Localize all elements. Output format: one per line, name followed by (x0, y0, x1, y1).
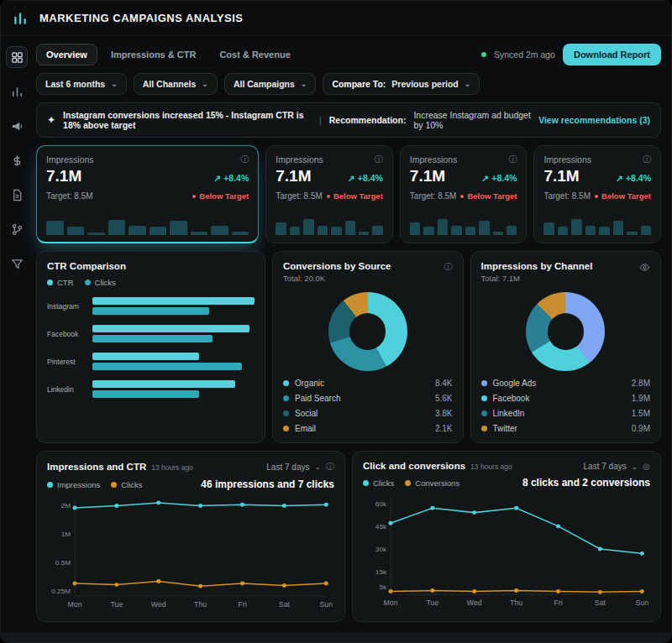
bar-chart-icon[interactable] (6, 81, 28, 102)
ctr-category-row: Linkedin (47, 380, 255, 398)
kpi-delta: ↗ +8.4% (482, 173, 517, 183)
kpi-value: 7.1M (543, 167, 579, 186)
kpi-status-badge: Below Target (192, 191, 249, 201)
status-dot (595, 195, 598, 198)
status-dot (460, 195, 464, 198)
line-chart-legend: ClicksConversions (363, 478, 459, 488)
download-report-button[interactable]: Download Report (563, 44, 661, 65)
eye-icon[interactable] (639, 261, 650, 276)
chevron-down-icon: ⌄ (301, 80, 307, 88)
card-title: Impressions by Channel (481, 261, 593, 271)
compare-to-filter[interactable]: Compare To: Previous period ⌄ (323, 73, 480, 95)
legend-value: 8.4K (435, 379, 453, 388)
kpi-card-impressions-4[interactable]: Impressionsⓘ 7.1M ↗ +8.4% Target: 8.5M B… (533, 145, 661, 243)
legend-label: Twitter (493, 424, 517, 433)
git-branch-icon[interactable] (6, 218, 28, 240)
svg-text:0.5M: 0.5M (55, 559, 71, 567)
info-icon[interactable]: ⓘ (444, 261, 453, 273)
window-footer (1, 632, 671, 642)
megaphone-icon[interactable] (6, 115, 28, 137)
svg-text:0.25M: 0.25M (51, 588, 71, 595)
svg-text:1M: 1M (61, 531, 71, 538)
legend-item: CTR (47, 278, 74, 287)
card-title: Click and conversions (363, 461, 465, 471)
kpi-mini-bar (276, 222, 286, 235)
legend-label: Social (295, 409, 318, 418)
range-selector[interactable]: Last 7 days ⌄ ◎ (584, 462, 650, 471)
legend-dot (481, 410, 487, 416)
kpi-status-badge: Below Target (595, 191, 651, 201)
kpi-mini-bar (465, 227, 475, 235)
donut-legend-row: Social3.8K (283, 409, 453, 418)
kpi-mini-bar (599, 227, 609, 235)
target-icon[interactable]: ◎ (643, 462, 650, 471)
impressions-by-channel-card: Impressions by Channel Total: 7.1M Googl… (470, 251, 662, 443)
kpi-value: 7.1M (410, 167, 445, 186)
document-icon[interactable] (6, 184, 28, 206)
kpi-mini-bar (613, 221, 623, 235)
kpi-title: Impressions (410, 154, 458, 165)
date-range-filter[interactable]: Last 6 months ⌄ (36, 73, 127, 95)
ctr-bar (92, 353, 199, 360)
kpi-mini-bar (641, 226, 651, 235)
info-icon[interactable]: ⓘ (508, 154, 517, 165)
chevron-down-icon: ⌄ (202, 80, 208, 88)
kpi-card-impressions-1[interactable]: Impressionsⓘ 7.1M ↗ +8.4% Target: 8.5M B… (36, 145, 259, 243)
info-icon[interactable]: ⓘ (326, 461, 334, 473)
tab-impressions-ctr[interactable]: Impressions & CTR (101, 44, 206, 65)
sync-status-dot (481, 52, 486, 57)
view-recommendations-link[interactable]: View recommendations (3) (538, 115, 650, 125)
kpi-mini-bar (627, 232, 637, 235)
legend-dot (283, 380, 289, 386)
svg-text:Thu: Thu (510, 599, 522, 607)
status-dot (327, 195, 330, 198)
info-icon[interactable]: ⓘ (643, 154, 651, 165)
chevron-down-icon: ⌄ (632, 463, 638, 471)
card-title: Impressions and CTR (47, 462, 146, 472)
card-total: Total: 7.1M (481, 274, 593, 283)
ctr-category-row: Facebook (47, 325, 255, 342)
kpi-mini-bar (423, 227, 433, 235)
chevron-down-icon: ⌄ (314, 463, 321, 471)
updated-timestamp: 13 hours ago (470, 463, 512, 471)
ctr-bar (92, 325, 249, 332)
kpi-mini-bar (493, 232, 503, 235)
legend-label: Email (295, 424, 316, 433)
tab-cost-revenue[interactable]: Cost & Revenue (209, 44, 300, 65)
kpi-value: 7.1M (46, 167, 81, 186)
kpi-mini-bar (170, 221, 187, 235)
main-content: Overview Impressions & CTR Cost & Revenu… (33, 36, 671, 627)
kpi-mini-bar (67, 227, 85, 235)
info-icon[interactable]: ⓘ (375, 154, 383, 165)
sparkle-icon: ✦ (47, 114, 55, 126)
kpi-card-impressions-2[interactable]: Impressionsⓘ 7.1M ↗ +8.4% Target: 8.5M B… (265, 145, 393, 243)
campaigns-filter[interactable]: All Campaigns ⌄ (224, 73, 316, 95)
ctr-category-row: Pinterest (47, 353, 255, 370)
legend-item: Clicks (85, 278, 116, 287)
page-title: MARKETING CAMPAIGNS ANALYSIS (39, 12, 243, 24)
kpi-mini-bar (303, 219, 313, 235)
channels-filter[interactable]: All Channels ⌄ (134, 73, 218, 95)
kpi-mini-bar (372, 226, 382, 235)
kpi-title: Impressions (276, 154, 323, 165)
range-selector[interactable]: Last 7 days ⌄ ⓘ (266, 461, 334, 473)
legend-value: 1.5M (632, 409, 650, 418)
svg-text:Mon: Mon (384, 599, 398, 607)
dashboard-icon[interactable] (6, 46, 28, 68)
updated-timestamp: 13 hours ago (151, 463, 193, 472)
conversions-legend: Organic8.4KPaid Search5.6KSocial3.8KEmai… (283, 379, 453, 433)
channels-value: All Channels (143, 79, 197, 89)
dollar-icon[interactable] (6, 149, 28, 171)
tab-overview[interactable]: Overview (36, 44, 97, 65)
kpi-mini-bar-chart (46, 208, 249, 235)
kpi-mini-bar (191, 232, 208, 235)
kpi-mini-bar (451, 226, 461, 235)
kpi-delta: ↗ +8.4% (348, 173, 383, 183)
insight-recommendation-label: Recommendation: (329, 115, 407, 125)
svg-text:2M: 2M (61, 502, 71, 510)
legend-dot (481, 426, 487, 431)
filter-icon[interactable] (6, 253, 28, 274)
kpi-status-badge: Below Target (460, 191, 517, 201)
kpi-card-impressions-3[interactable]: Impressionsⓘ 7.1M ↗ +8.4% Target: 8.5M B… (400, 145, 528, 243)
info-icon[interactable]: ⓘ (240, 154, 249, 165)
